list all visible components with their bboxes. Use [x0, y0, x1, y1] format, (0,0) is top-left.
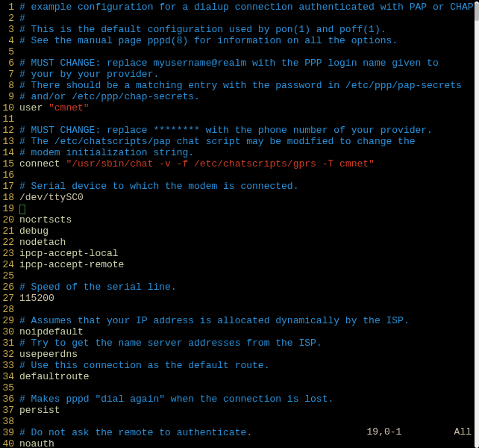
line-content[interactable]: # Try to get the name server addresses f…	[16, 337, 479, 349]
code-line[interactable]: 25	[0, 270, 479, 281]
code-line[interactable]: 19	[0, 203, 479, 214]
code-line[interactable]: 17# Serial device to which the modem is …	[0, 181, 479, 192]
code-line[interactable]: 20nocrtscts	[0, 214, 479, 225]
line-content[interactable]: # and/or /etc/ppp/chap-secrets.	[16, 91, 479, 102]
line-number: 38	[0, 416, 16, 427]
code-line[interactable]: 37persist	[0, 405, 479, 416]
line-content[interactable]: # See the manual page pppd(8) for inform…	[16, 35, 479, 46]
line-content[interactable]	[16, 169, 479, 181]
code-line[interactable]: 34defaultroute	[0, 371, 479, 382]
line-content[interactable]: # Use this connection as the default rou…	[16, 360, 479, 371]
line-number: 33	[0, 360, 16, 371]
line-number: 23	[0, 248, 16, 259]
line-content[interactable]: # example configuration for a dialup con…	[16, 1, 479, 13]
line-content[interactable]	[16, 46, 479, 57]
line-content[interactable]: persist	[16, 405, 479, 416]
code-line[interactable]: 33# Use this connection as the default r…	[0, 360, 479, 371]
line-content[interactable]: # Makes pppd "dial again" when the conne…	[16, 393, 479, 405]
code-line[interactable]: 30noipdefault	[0, 326, 479, 337]
line-number: 18	[0, 192, 16, 203]
line-content[interactable]: # modem initialization string.	[16, 147, 479, 158]
line-content[interactable]: # There should be a matching entry with …	[16, 80, 479, 91]
line-content[interactable]: #	[16, 13, 479, 24]
line-content[interactable]: user "cmnet"	[16, 102, 479, 113]
line-number: 28	[0, 304, 16, 315]
line-content[interactable]: 115200	[16, 293, 479, 304]
code-line[interactable]: 36# Makes pppd "dial again" when the con…	[0, 393, 479, 405]
line-content[interactable]	[16, 113, 479, 125]
line-content[interactable]	[16, 304, 479, 315]
line-content[interactable]: # The /etc/chatscripts/pap chat script m…	[16, 136, 479, 147]
code-line[interactable]: 28	[0, 304, 479, 315]
code-line[interactable]: 5	[0, 46, 479, 57]
line-number: 11	[0, 113, 16, 125]
code-line[interactable]: 40noauth	[0, 438, 479, 448]
code-line[interactable]: 32usepeerdns	[0, 349, 479, 360]
code-line[interactable]: 16	[0, 169, 479, 181]
code-line[interactable]: 8# There should be a matching entry with…	[0, 80, 479, 91]
line-content[interactable]: noipdefault	[16, 326, 479, 337]
code-line[interactable]: 14# modem initialization string.	[0, 147, 479, 158]
line-content[interactable]: # your by your provider.	[16, 69, 479, 80]
code-line[interactable]: 26# Speed of the serial line.	[0, 281, 479, 293]
line-content[interactable]: defaultroute	[16, 371, 479, 382]
keyword-text: persist	[19, 405, 60, 416]
comment-text: # Makes pppd "dial again" when the conne…	[19, 393, 334, 405]
line-number: 32	[0, 349, 16, 360]
line-content[interactable]: # MUST CHANGE: replace myusername@realm …	[16, 57, 479, 69]
code-line[interactable]: 12# MUST CHANGE: replace ******** with t…	[0, 125, 479, 136]
line-content[interactable]: noauth	[16, 438, 479, 448]
line-number: 19	[0, 203, 16, 214]
line-content[interactable]: # MUST CHANGE: replace ******** with the…	[16, 125, 479, 136]
line-content[interactable]	[16, 382, 479, 393]
code-line[interactable]: 13# The /etc/chatscripts/pap chat script…	[0, 136, 479, 147]
line-number: 27	[0, 293, 16, 304]
line-content[interactable]: # This is the default configuration used…	[16, 24, 479, 35]
line-content[interactable]: ipcp-accept-remote	[16, 259, 479, 270]
line-content[interactable]: # Assumes that your IP address is alloca…	[16, 315, 479, 326]
code-line[interactable]: 1# example configuration for a dialup co…	[0, 1, 479, 13]
code-line[interactable]: 27115200	[0, 293, 479, 304]
code-line[interactable]: 23ipcp-accept-local	[0, 248, 479, 259]
code-line[interactable]: 29# Assumes that your IP address is allo…	[0, 315, 479, 326]
code-line[interactable]: 2#	[0, 13, 479, 24]
scrollbar[interactable]	[475, 1, 479, 448]
line-content[interactable]	[16, 270, 479, 281]
comment-text: # There should be a matching entry with …	[19, 80, 462, 91]
line-number: 12	[0, 125, 16, 136]
code-line[interactable]: 18/dev/ttySC0	[0, 192, 479, 203]
line-content[interactable]	[16, 203, 479, 214]
line-content[interactable]: connect "/usr/sbin/chat -v -f /etc/chats…	[16, 158, 479, 169]
code-line[interactable]: 22nodetach	[0, 237, 479, 248]
line-number: 36	[0, 393, 16, 405]
comment-text: #	[19, 13, 25, 24]
line-content[interactable]: usepeerdns	[16, 349, 479, 360]
code-line[interactable]: 9# and/or /etc/ppp/chap-secrets.	[0, 91, 479, 102]
line-number: 2	[0, 13, 16, 24]
line-content[interactable]: ipcp-accept-local	[16, 248, 479, 259]
scrollbar-thumb[interactable]	[475, 3, 479, 21]
line-content[interactable]: nodetach	[16, 237, 479, 248]
line-number: 5	[0, 46, 16, 57]
line-content[interactable]: # Serial device to which the modem is co…	[16, 181, 479, 192]
line-content[interactable]: /dev/ttySC0	[16, 192, 479, 203]
string-text: "/usr/sbin/chat -v -f /etc/chatscripts/g…	[66, 158, 374, 169]
code-line[interactable]: 21debug	[0, 225, 479, 237]
code-line[interactable]: 35	[0, 382, 479, 393]
code-line[interactable]: 11	[0, 113, 479, 125]
line-number: 10	[0, 102, 16, 113]
text-editor[interactable]: 1# example configuration for a dialup co…	[0, 0, 479, 448]
code-line[interactable]: 4# See the manual page pppd(8) for infor…	[0, 35, 479, 46]
code-line[interactable]: 6# MUST CHANGE: replace myusername@realm…	[0, 57, 479, 69]
code-line[interactable]: 31# Try to get the name server addresses…	[0, 337, 479, 349]
code-line[interactable]: 24ipcp-accept-remote	[0, 259, 479, 270]
line-content[interactable]: # Speed of the serial line.	[16, 281, 479, 293]
code-line[interactable]: 3# This is the default configuration use…	[0, 24, 479, 35]
line-number: 6	[0, 57, 16, 69]
code-line[interactable]: 10user "cmnet"	[0, 102, 479, 113]
code-line[interactable]: 15connect "/usr/sbin/chat -v -f /etc/cha…	[0, 158, 479, 169]
line-content[interactable]: nocrtscts	[16, 214, 479, 225]
code-line[interactable]: 7# your by your provider.	[0, 69, 479, 80]
line-content[interactable]: debug	[16, 225, 479, 237]
line-number: 37	[0, 405, 16, 416]
